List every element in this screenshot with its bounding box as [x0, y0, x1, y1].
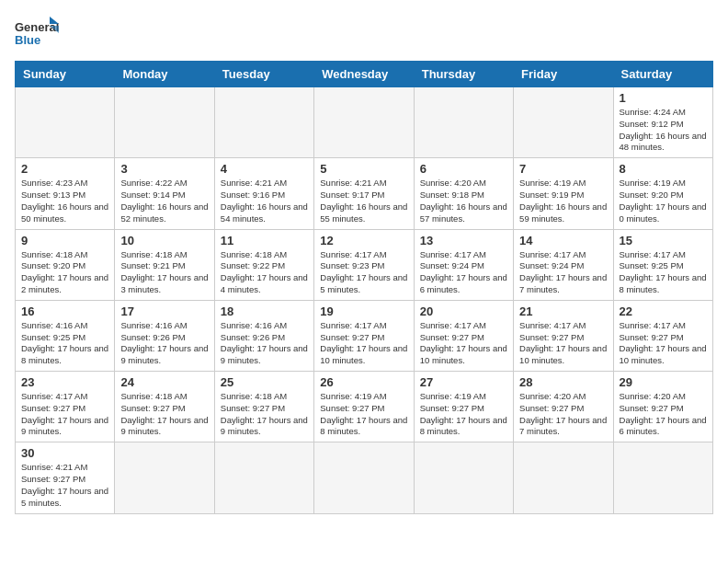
- day-number: 9: [21, 234, 108, 247]
- logo: General Blue: [15, 15, 61, 52]
- day-number: 30: [21, 446, 108, 460]
- day-header-sunday: Sunday: [16, 62, 115, 87]
- day-info: Sunrise: 4:22 AM Sunset: 9:14 PM Dayligh…: [120, 178, 208, 224]
- day-number: 17: [120, 304, 208, 318]
- day-number: 20: [420, 304, 507, 318]
- day-cell: 23Sunrise: 4:17 AM Sunset: 9:27 PM Dayli…: [16, 372, 115, 442]
- day-cell: 7Sunrise: 4:19 AM Sunset: 9:19 PM Daylig…: [514, 158, 613, 229]
- day-info: Sunrise: 4:17 AM Sunset: 9:24 PM Dayligh…: [420, 249, 507, 296]
- day-cell: [414, 442, 513, 513]
- day-cell: 16Sunrise: 4:16 AM Sunset: 9:25 PM Dayli…: [16, 300, 115, 371]
- day-cell: 24Sunrise: 4:18 AM Sunset: 9:27 PM Dayli…: [115, 372, 214, 442]
- day-info: Sunrise: 4:18 AM Sunset: 9:22 PM Dayligh…: [221, 249, 308, 296]
- day-number: 24: [120, 375, 208, 389]
- day-info: Sunrise: 4:17 AM Sunset: 9:23 PM Dayligh…: [320, 249, 407, 296]
- day-header-wednesday: Wednesday: [314, 62, 414, 87]
- day-cell: 8Sunrise: 4:19 AM Sunset: 9:20 PM Daylig…: [613, 158, 712, 229]
- day-info: Sunrise: 4:16 AM Sunset: 9:26 PM Dayligh…: [221, 320, 308, 367]
- day-cell: 4Sunrise: 4:21 AM Sunset: 9:16 PM Daylig…: [214, 158, 313, 229]
- day-cell: 20Sunrise: 4:17 AM Sunset: 9:27 PM Dayli…: [414, 300, 513, 371]
- day-cell: 22Sunrise: 4:17 AM Sunset: 9:27 PM Dayli…: [613, 300, 712, 371]
- day-info: Sunrise: 4:19 AM Sunset: 9:27 PM Dayligh…: [420, 391, 507, 438]
- day-cell: [214, 442, 313, 513]
- day-number: 23: [21, 375, 108, 389]
- day-cell: 6Sunrise: 4:20 AM Sunset: 9:18 PM Daylig…: [414, 158, 513, 229]
- day-cell: 13Sunrise: 4:17 AM Sunset: 9:24 PM Dayli…: [414, 229, 513, 300]
- day-number: 4: [221, 162, 308, 176]
- day-cell: [115, 442, 214, 513]
- day-number: 19: [320, 304, 407, 318]
- day-number: 12: [320, 234, 407, 247]
- day-number: 25: [221, 375, 308, 389]
- day-cell: 14Sunrise: 4:17 AM Sunset: 9:24 PM Dayli…: [514, 229, 613, 300]
- day-info: Sunrise: 4:18 AM Sunset: 9:20 PM Dayligh…: [21, 249, 108, 296]
- week-row-5: 23Sunrise: 4:17 AM Sunset: 9:27 PM Dayli…: [16, 372, 713, 442]
- day-info: Sunrise: 4:17 AM Sunset: 9:27 PM Dayligh…: [620, 320, 707, 367]
- day-info: Sunrise: 4:21 AM Sunset: 9:17 PM Dayligh…: [320, 178, 407, 224]
- day-info: Sunrise: 4:20 AM Sunset: 9:27 PM Dayligh…: [519, 391, 607, 438]
- day-header-tuesday: Tuesday: [214, 62, 313, 87]
- day-number: 22: [620, 304, 707, 318]
- day-cell: 9Sunrise: 4:18 AM Sunset: 9:20 PM Daylig…: [16, 229, 115, 300]
- day-headers-row: SundayMondayTuesdayWednesdayThursdayFrid…: [16, 62, 713, 87]
- day-cell: 29Sunrise: 4:20 AM Sunset: 9:27 PM Dayli…: [613, 372, 712, 442]
- day-number: 29: [620, 375, 707, 389]
- day-cell: [414, 87, 513, 158]
- day-cell: [613, 442, 712, 513]
- day-cell: [514, 442, 613, 513]
- day-info: Sunrise: 4:23 AM Sunset: 9:13 PM Dayligh…: [21, 178, 108, 224]
- day-number: 18: [221, 304, 308, 318]
- day-header-saturday: Saturday: [613, 62, 712, 87]
- day-number: 2: [21, 162, 108, 176]
- day-cell: 28Sunrise: 4:20 AM Sunset: 9:27 PM Dayli…: [514, 372, 613, 442]
- day-info: Sunrise: 4:17 AM Sunset: 9:27 PM Dayligh…: [320, 320, 407, 367]
- header: General Blue: [15, 15, 713, 52]
- day-info: Sunrise: 4:21 AM Sunset: 9:27 PM Dayligh…: [21, 462, 108, 509]
- day-number: 16: [21, 304, 108, 318]
- day-cell: [314, 442, 414, 513]
- day-header-friday: Friday: [514, 62, 613, 87]
- day-number: 28: [519, 375, 607, 389]
- day-info: Sunrise: 4:18 AM Sunset: 9:21 PM Dayligh…: [120, 249, 208, 296]
- day-cell: [214, 87, 313, 158]
- day-info: Sunrise: 4:21 AM Sunset: 9:16 PM Dayligh…: [221, 178, 308, 224]
- day-cell: [314, 87, 414, 158]
- week-row-4: 16Sunrise: 4:16 AM Sunset: 9:25 PM Dayli…: [16, 300, 713, 371]
- week-row-1: 1Sunrise: 4:24 AM Sunset: 9:12 PM Daylig…: [16, 87, 713, 158]
- day-cell: 21Sunrise: 4:17 AM Sunset: 9:27 PM Dayli…: [514, 300, 613, 371]
- day-info: Sunrise: 4:20 AM Sunset: 9:27 PM Dayligh…: [620, 391, 707, 438]
- day-cell: 17Sunrise: 4:16 AM Sunset: 9:26 PM Dayli…: [115, 300, 214, 371]
- calendar-table: SundayMondayTuesdayWednesdayThursdayFrid…: [15, 61, 713, 514]
- day-number: 13: [420, 234, 507, 247]
- day-cell: 11Sunrise: 4:18 AM Sunset: 9:22 PM Dayli…: [214, 229, 313, 300]
- day-info: Sunrise: 4:16 AM Sunset: 9:25 PM Dayligh…: [21, 320, 108, 367]
- day-cell: 1Sunrise: 4:24 AM Sunset: 9:12 PM Daylig…: [613, 87, 712, 158]
- day-cell: 26Sunrise: 4:19 AM Sunset: 9:27 PM Dayli…: [314, 372, 414, 442]
- day-info: Sunrise: 4:18 AM Sunset: 9:27 PM Dayligh…: [221, 391, 308, 438]
- day-info: Sunrise: 4:16 AM Sunset: 9:26 PM Dayligh…: [120, 320, 208, 367]
- day-cell: 25Sunrise: 4:18 AM Sunset: 9:27 PM Dayli…: [214, 372, 313, 442]
- day-info: Sunrise: 4:19 AM Sunset: 9:19 PM Dayligh…: [519, 178, 607, 224]
- day-cell: 5Sunrise: 4:21 AM Sunset: 9:17 PM Daylig…: [314, 158, 414, 229]
- day-cell: 12Sunrise: 4:17 AM Sunset: 9:23 PM Dayli…: [314, 229, 414, 300]
- day-cell: 10Sunrise: 4:18 AM Sunset: 9:21 PM Dayli…: [115, 229, 214, 300]
- day-info: Sunrise: 4:17 AM Sunset: 9:27 PM Dayligh…: [519, 320, 607, 367]
- day-cell: [16, 87, 115, 158]
- day-info: Sunrise: 4:20 AM Sunset: 9:18 PM Dayligh…: [420, 178, 507, 224]
- day-info: Sunrise: 4:19 AM Sunset: 9:27 PM Dayligh…: [320, 391, 407, 438]
- svg-text:Blue: Blue: [15, 33, 40, 47]
- day-number: 11: [221, 234, 308, 247]
- day-cell: 19Sunrise: 4:17 AM Sunset: 9:27 PM Dayli…: [314, 300, 414, 371]
- day-cell: 15Sunrise: 4:17 AM Sunset: 9:25 PM Dayli…: [613, 229, 712, 300]
- week-row-2: 2Sunrise: 4:23 AM Sunset: 9:13 PM Daylig…: [16, 158, 713, 229]
- day-number: 3: [120, 162, 208, 176]
- day-cell: 18Sunrise: 4:16 AM Sunset: 9:26 PM Dayli…: [214, 300, 313, 371]
- day-info: Sunrise: 4:17 AM Sunset: 9:27 PM Dayligh…: [420, 320, 507, 367]
- day-number: 15: [620, 234, 707, 247]
- day-number: 14: [519, 234, 607, 247]
- day-cell: [514, 87, 613, 158]
- day-info: Sunrise: 4:24 AM Sunset: 9:12 PM Dayligh…: [620, 107, 707, 154]
- day-number: 8: [620, 162, 707, 176]
- day-cell: 27Sunrise: 4:19 AM Sunset: 9:27 PM Dayli…: [414, 372, 513, 442]
- logo-svg: General Blue: [15, 15, 61, 52]
